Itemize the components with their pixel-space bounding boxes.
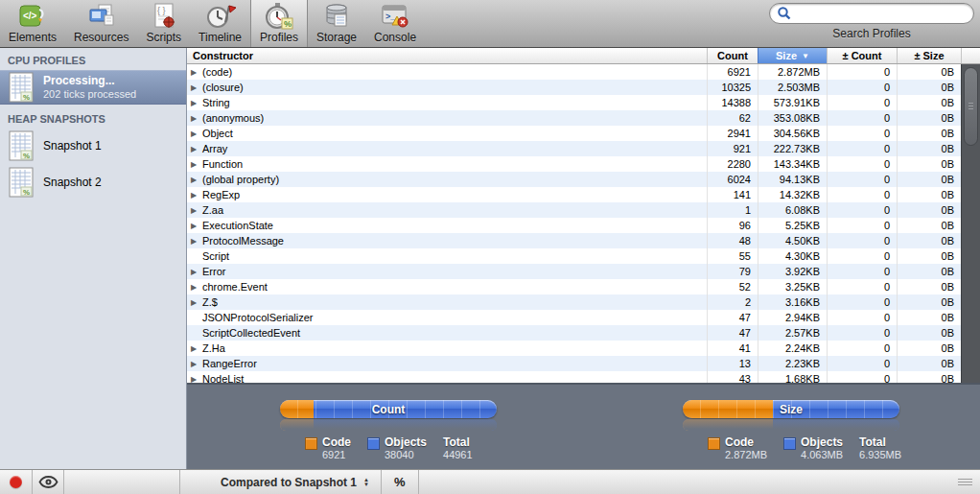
legend-label: Total [859, 435, 901, 449]
table-row[interactable]: ▶ProtocolMessage484.50KB00B [187, 233, 961, 248]
disclosure-triangle-icon[interactable]: ▶ [191, 145, 199, 153]
count-cell: 6921 [707, 64, 758, 80]
table-row[interactable]: ▶Z.Ha412.24KB00B [187, 341, 961, 356]
vertical-scrollbar[interactable] [961, 64, 980, 383]
size-cell: 2.872MB [758, 64, 827, 80]
devtools-window: </> Elements Resources { } [0, 0, 980, 494]
constructor-name: NodeList [202, 373, 244, 383]
disclosure-triangle-icon[interactable]: ▶ [191, 298, 199, 307]
heap-snapshots-header: HEAP SNAPSHOTS [0, 106, 186, 129]
svg-text:%: % [23, 188, 30, 197]
percent-button[interactable]: % [382, 470, 418, 494]
column-header-constructor[interactable]: Constructor [187, 48, 707, 63]
count-cell: 10325 [707, 80, 758, 95]
sidebar-item-snapshot-2[interactable]: % Snapshot 2 [0, 165, 186, 200]
column-header-delta-size[interactable]: ± Size [897, 48, 961, 63]
toolbar-tab-timeline[interactable]: Timeline [190, 0, 250, 47]
size-cell: 3.92KB [758, 264, 827, 279]
constructor-cell: ▶Z.$ [187, 294, 707, 310]
search-input[interactable] [792, 7, 967, 20]
table-row[interactable]: ▶Function2280143.34KB00B [187, 156, 961, 172]
disclosure-triangle-icon[interactable]: ▶ [191, 114, 199, 123]
toolbar-tab-scripts[interactable]: { } Scripts [137, 0, 190, 47]
disclosure-triangle-icon[interactable]: ▶ [191, 83, 199, 92]
scripts-icon: { } [149, 1, 179, 32]
delta-count-cell: 0 [827, 371, 897, 383]
disclosure-triangle-icon[interactable]: ▶ [191, 222, 199, 230]
compare-select[interactable]: Compared to Snapshot 1 ▲▼ [209, 470, 381, 494]
heap-snapshot-button[interactable] [33, 470, 63, 494]
disclosure-triangle-icon[interactable]: ▶ [191, 237, 199, 246]
constructor-name: (global property) [202, 174, 279, 185]
disclosure-triangle-icon[interactable]: ▶ [191, 283, 199, 292]
sidebar-item-snapshot-1[interactable]: % Snapshot 1 [0, 129, 186, 163]
delta-count-cell: 0 [827, 264, 897, 279]
toolbar-tab-storage[interactable]: Storage [308, 0, 365, 47]
table-row[interactable]: ▶Script554.30KB00B [187, 248, 961, 264]
table-row[interactable]: ▶(code)69212.872MB00B [187, 64, 961, 80]
record-button[interactable] [0, 470, 32, 494]
disclosure-triangle-icon[interactable]: ▶ [191, 99, 199, 107]
table-row[interactable]: ▶RangeError132.23KB00B [187, 356, 961, 371]
table-row[interactable]: ▶String14388573.91KB00B [187, 95, 961, 110]
disclosure-triangle-icon[interactable]: ▶ [191, 160, 199, 169]
constructor-cell: ▶String [187, 95, 707, 110]
toolbar-tab-resources[interactable]: Resources [65, 0, 137, 47]
delta-count-cell: 0 [827, 95, 897, 110]
count-cell: 43 [707, 371, 758, 383]
constructor-name: chrome.Event [202, 281, 268, 293]
table-row[interactable]: ▶NodeList431.68KB00B [187, 371, 961, 383]
table-row[interactable]: ▶ScriptCollectedEvent472.57KB00B [187, 325, 961, 341]
profile-subtitle: 202 ticks processed [43, 88, 136, 102]
table-row[interactable]: ▶Z.aa16.08KB00B [187, 202, 961, 218]
delta-count-cell: 0 [827, 248, 897, 264]
table-row[interactable]: ▶(global property)602494.13KB00B [187, 172, 961, 187]
size-legend: Code 2.872MB Objects 4.063MB Total 6.935… [708, 435, 899, 462]
console-icon: >_ [380, 1, 410, 32]
disclosure-triangle-icon[interactable]: ▶ [191, 68, 199, 77]
profile-title: Snapshot 2 [43, 176, 102, 190]
code-swatch-icon [708, 437, 720, 450]
bar-reflection [280, 419, 497, 431]
delta-count-cell: 0 [827, 156, 897, 172]
scrollbar-thumb[interactable] [964, 67, 978, 146]
column-header-size[interactable]: Size ▼ [758, 48, 827, 63]
column-header-delta-count[interactable]: ± Count [827, 48, 897, 63]
table-row[interactable]: ▶(closure)103252.503MB00B [187, 80, 961, 95]
disclosure-triangle-icon[interactable]: ▶ [191, 191, 199, 200]
column-header-count[interactable]: Count [707, 48, 758, 63]
table-row[interactable]: ▶chrome.Event523.25KB00B [187, 279, 961, 294]
count-cell: 47 [707, 310, 758, 325]
delta-size-cell: 0B [897, 64, 961, 80]
size-cell: 1.68KB [758, 371, 827, 383]
delta-size-cell: 0B [897, 126, 961, 141]
disclosure-triangle-icon[interactable]: ▶ [191, 129, 199, 138]
constructor-name: ProtocolMessage [202, 235, 284, 247]
table-row[interactable]: ▶RegExp14114.32KB00B [187, 187, 961, 202]
table-row[interactable]: ▶ExecutionState965.25KB00B [187, 218, 961, 233]
disclosure-triangle-icon[interactable]: ▶ [191, 344, 199, 353]
toolbar-tab-elements[interactable]: </> Elements [0, 0, 65, 47]
statusbar-spacer [64, 470, 179, 494]
table-row[interactable]: ▶Z.$23.16KB00B [187, 294, 961, 310]
table-row[interactable]: ▶Object2941304.56KB00B [187, 126, 961, 141]
resize-grip-icon[interactable] [958, 479, 972, 485]
disclosure-triangle-icon[interactable]: ▶ [191, 360, 199, 368]
disclosure-triangle-icon[interactable]: ▶ [191, 176, 199, 184]
table-row[interactable]: ▶(anonymous)62353.08KB00B [187, 110, 961, 126]
toolbar-tab-profiles[interactable]: % Profiles [250, 0, 308, 47]
disclosure-triangle-icon[interactable]: ▶ [191, 268, 199, 276]
sidebar-item-processing[interactable]: % Processing... 202 ticks processed [0, 70, 186, 105]
constructor-name: Z.$ [202, 296, 218, 308]
count-cell: 13 [707, 356, 758, 371]
table-row[interactable]: ▶Array921222.73KB00B [187, 141, 961, 156]
objects-swatch-icon [783, 437, 796, 450]
table-row[interactable]: ▶JSONProtocolSerializer472.94KB00B [187, 310, 961, 325]
constructor-cell: ▶Object [187, 126, 707, 141]
disclosure-triangle-icon[interactable]: ▶ [191, 206, 199, 215]
svg-text:%: % [284, 19, 292, 29]
table-row[interactable]: ▶Error793.92KB00B [187, 264, 961, 279]
constructor-name: Script [202, 250, 229, 262]
toolbar-tab-console[interactable]: >_ Console [365, 0, 425, 47]
disclosure-triangle-icon[interactable]: ▶ [191, 375, 199, 384]
